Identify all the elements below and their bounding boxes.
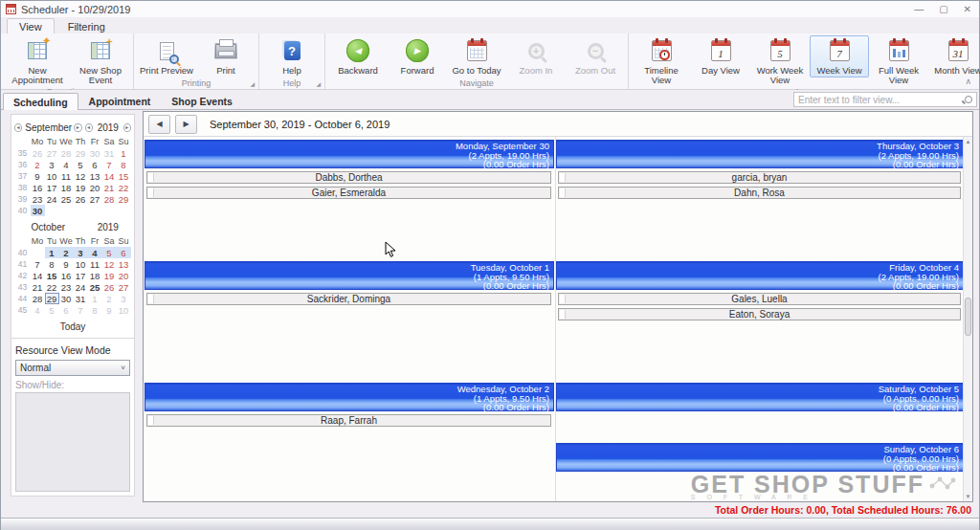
- calendar-day[interactable]: 22: [45, 281, 59, 293]
- calendar-day[interactable]: 29: [117, 193, 131, 205]
- schedule-canvas[interactable]: GET SHOP STUFF S O F T W A: [144, 137, 963, 501]
- ribbon-tab-view[interactable]: View: [7, 18, 55, 33]
- calendar-day[interactable]: 30: [88, 147, 102, 159]
- calendar-day[interactable]: 21: [102, 182, 117, 193]
- ribbon-button-new-appointment[interactable]: ✦New Appointment: [4, 35, 71, 87]
- calendar-day[interactable]: 21: [31, 281, 45, 293]
- ribbon-button-help[interactable]: ?Help: [262, 35, 322, 77]
- calendar-day[interactable]: 10: [74, 258, 88, 270]
- calendar-day[interactable]: 23: [59, 281, 74, 293]
- collapse-ribbon-icon[interactable]: ∧: [965, 77, 971, 86]
- ribbon-button-forward[interactable]: ▶Forward: [388, 35, 447, 77]
- calendar-day[interactable]: 14: [102, 170, 117, 182]
- previous-week-button[interactable]: ◀: [148, 115, 170, 134]
- calendar-day[interactable]: 10: [117, 304, 131, 316]
- calendar-day[interactable]: 18: [59, 182, 74, 193]
- tab-scheduling[interactable]: Scheduling: [3, 93, 78, 110]
- ribbon-button-month-view[interactable]: 31Month View: [928, 35, 980, 77]
- vertical-scrollbar[interactable]: ▲ ▼: [963, 137, 972, 501]
- next-month-icon[interactable]: ▸: [74, 123, 81, 132]
- calendar-day[interactable]: 16: [31, 182, 45, 193]
- calendar-day[interactable]: 13: [117, 258, 131, 270]
- calendar-day[interactable]: 12: [74, 170, 88, 182]
- calendar-day[interactable]: 7: [102, 159, 117, 170]
- calendar-day[interactable]: 15: [45, 270, 59, 281]
- appointment-bar[interactable]: garcia, bryan: [558, 171, 961, 184]
- calendar-day[interactable]: 6: [59, 304, 74, 316]
- appointment-bar[interactable]: Raap, Farrah: [146, 414, 551, 427]
- calendar-day[interactable]: 9: [102, 304, 117, 316]
- ribbon-button-week-view[interactable]: 7Week View: [810, 35, 869, 77]
- day-header-saturday-october-5[interactable]: Saturday, October 5(0 Appts, 0.00 Hrs)(0…: [556, 383, 963, 411]
- calendar-day[interactable]: 26: [31, 147, 45, 159]
- calendar-day[interactable]: 24: [45, 193, 59, 205]
- ribbon-button-print[interactable]: Print: [196, 35, 256, 77]
- calendar-day[interactable]: 4: [59, 159, 74, 170]
- filter-input[interactable]: Enter text to filter view...: [793, 92, 977, 107]
- day-header-thursday-october-3[interactable]: Thursday, October 3(2 Appts, 19.00 Hrs)(…: [556, 140, 963, 168]
- previous-month-icon[interactable]: ◂: [14, 123, 22, 132]
- calendar-day[interactable]: 31: [102, 147, 117, 159]
- calendar-day[interactable]: 1: [88, 293, 102, 304]
- ribbon-tab-filtering[interactable]: Filtering: [56, 19, 117, 33]
- calendar-day[interactable]: 25: [88, 281, 102, 293]
- ribbon-button-new-shop-event[interactable]: ＋New Shop Event: [71, 35, 130, 87]
- minimize-button[interactable]: —: [914, 1, 924, 17]
- calendar-day[interactable]: 9: [59, 258, 74, 270]
- calendar-day[interactable]: 19: [74, 182, 88, 193]
- calendar-day[interactable]: 13: [88, 170, 102, 182]
- calendar-day[interactable]: 17: [74, 270, 88, 281]
- day-header-tuesday-october-1[interactable]: Tuesday, October 1(1 Appts, 9.50 Hrs)(0.…: [145, 261, 554, 290]
- calendar-day[interactable]: 15: [117, 170, 131, 182]
- calendar-day[interactable]: 27: [117, 281, 131, 293]
- today-button[interactable]: Today: [14, 321, 131, 332]
- calendar-day[interactable]: 3: [74, 247, 88, 258]
- calendar-day[interactable]: 25: [59, 193, 74, 205]
- ribbon-button-timeline-view[interactable]: Timeline View: [632, 35, 691, 87]
- calendar-day[interactable]: 8: [45, 258, 59, 270]
- calendar-day[interactable]: 29: [45, 293, 59, 304]
- dialog-launcher-icon[interactable]: ◢: [250, 80, 255, 87]
- ribbon-button-backward[interactable]: ◀Backward: [328, 35, 388, 77]
- appointment-bar[interactable]: Sackrider, Dominga: [146, 293, 551, 305]
- calendar-day[interactable]: 19: [102, 270, 117, 281]
- calendar-day[interactable]: 3: [117, 293, 131, 304]
- calendar-day[interactable]: 8: [117, 159, 131, 170]
- calendar-day[interactable]: 9: [31, 170, 45, 182]
- calendar-day[interactable]: 27: [88, 193, 102, 205]
- calendar-day[interactable]: 5: [45, 304, 59, 316]
- calendar-day[interactable]: 1: [117, 147, 131, 159]
- appointment-bar[interactable]: Eaton, Soraya: [558, 308, 961, 320]
- previous-year-icon[interactable]: ◂: [85, 123, 93, 132]
- calendar-day[interactable]: 2: [59, 247, 74, 258]
- appointment-bar[interactable]: Gales, Luella: [558, 293, 961, 305]
- scroll-up-icon[interactable]: ▲: [964, 139, 972, 144]
- tab-appointment[interactable]: Appointment: [78, 92, 162, 109]
- appointment-bar[interactable]: Dahn, Rosa: [558, 187, 961, 199]
- calendar-day[interactable]: 26: [102, 281, 117, 293]
- calendar-day[interactable]: 22: [117, 182, 131, 193]
- calendar-day[interactable]: 2: [102, 293, 117, 304]
- close-button[interactable]: ✕: [964, 1, 971, 17]
- show-hide-listbox[interactable]: [15, 392, 130, 492]
- ribbon-button-work-week-view[interactable]: 5Work Week View: [750, 35, 810, 87]
- appointment-bar[interactable]: Gaier, Esmeralda: [146, 187, 551, 199]
- calendar-day[interactable]: 16: [59, 270, 74, 281]
- calendar-day[interactable]: 14: [31, 270, 45, 281]
- calendar-day[interactable]: 23: [31, 193, 45, 205]
- resource-view-mode-dropdown[interactable]: Normal ˅: [15, 360, 130, 376]
- appointment-bar[interactable]: Dabbs, Dorthea: [146, 171, 551, 184]
- calendar-day[interactable]: 17: [45, 182, 59, 193]
- ribbon-button-go-to-today[interactable]: Go to Today: [447, 35, 506, 77]
- calendar-day[interactable]: 6: [88, 159, 102, 170]
- ribbon-button-print-preview[interactable]: Print Preview: [137, 35, 196, 77]
- scroll-down-icon[interactable]: ▼: [964, 494, 972, 499]
- calendar-day[interactable]: 4: [31, 304, 45, 316]
- calendar-day[interactable]: 26: [74, 193, 88, 205]
- day-header-friday-october-4[interactable]: Friday, October 4(2 Appts, 19.00 Hrs)(0.…: [556, 261, 963, 290]
- calendar-day[interactable]: 5: [74, 159, 88, 170]
- calendar-day[interactable]: 3: [45, 159, 59, 170]
- next-year-icon[interactable]: ▸: [123, 123, 131, 132]
- calendar-day[interactable]: 11: [59, 170, 74, 182]
- calendar-day[interactable]: 20: [88, 182, 102, 193]
